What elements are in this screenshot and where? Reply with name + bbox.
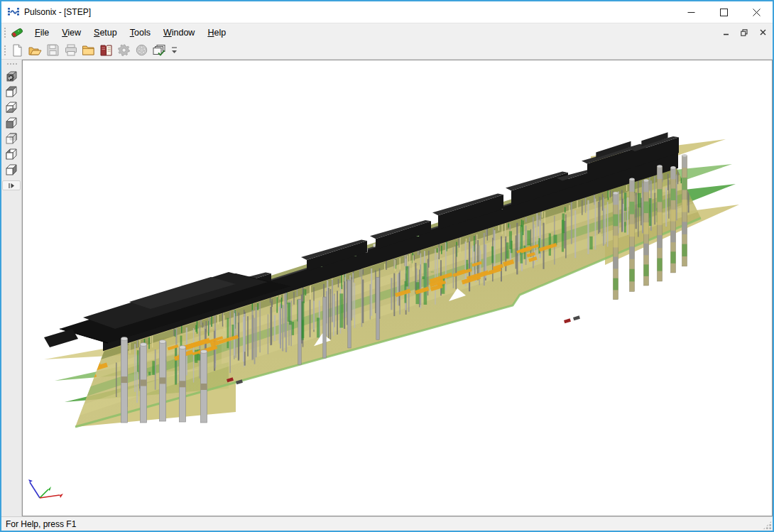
rotate-view-button[interactable]: [3, 68, 20, 84]
colours-palette-icon: [136, 44, 148, 56]
minimize-button[interactable]: [675, 1, 707, 23]
title-bar: Pulsonix - [STEP]: [1, 1, 773, 23]
3d-viewport[interactable]: [22, 60, 773, 516]
view-bottom-cube-icon: [4, 100, 18, 114]
file-manager-button[interactable]: [80, 43, 97, 58]
close-icon: [753, 9, 761, 16]
minimize-icon: [687, 9, 695, 16]
expand-handle-icon: [8, 183, 15, 189]
menu-tools[interactable]: Tools: [124, 25, 157, 40]
view-front-cube-icon: [4, 116, 18, 130]
maximize-icon: [720, 9, 728, 16]
technology-files-check-icon: [153, 44, 166, 57]
view-left-button[interactable]: [3, 146, 20, 162]
view-front-button[interactable]: [3, 115, 20, 131]
menu-help[interactable]: Help: [201, 25, 232, 40]
toolbar-grip[interactable]: [3, 44, 6, 57]
view-left-cube-icon: [4, 147, 18, 161]
expand-toolbar-handle[interactable]: [2, 180, 21, 190]
app-window: Pulsonix - [STEP] File View Setup Tools …: [0, 0, 774, 532]
open-file-button[interactable]: [27, 43, 43, 58]
print-icon: [65, 44, 77, 56]
print-button[interactable]: [62, 43, 79, 58]
menu-bar: File View Setup Tools Window Help: [1, 23, 773, 41]
library-manager-button[interactable]: [98, 43, 114, 58]
view-top-button[interactable]: [3, 84, 20, 99]
maximize-button[interactable]: [707, 1, 740, 23]
mdi-restore-icon: [741, 29, 748, 36]
view-right-cube-icon: [4, 163, 18, 177]
mdi-restore-button[interactable]: [736, 26, 753, 40]
main-area: [1, 60, 773, 516]
library-book-icon: [99, 44, 113, 56]
menu-window[interactable]: Window: [157, 25, 201, 40]
toolbar-overflow-icon: [171, 46, 178, 55]
colours-button[interactable]: [133, 43, 150, 58]
view-back-button[interactable]: [3, 131, 20, 146]
view-back-cube-icon: [4, 131, 18, 146]
mdi-close-icon: [760, 29, 766, 36]
close-button[interactable]: [740, 1, 773, 23]
menubar-grip[interactable]: [3, 26, 6, 39]
open-folder-icon: [28, 44, 42, 57]
toolbar-overflow-button[interactable]: [170, 43, 179, 58]
main-toolbar: [1, 41, 773, 60]
view-bottom-button[interactable]: [3, 99, 20, 115]
save-icon: [47, 44, 59, 56]
pcb-3d-scene: [23, 60, 772, 516]
new-document-button[interactable]: [9, 43, 26, 58]
menu-view[interactable]: View: [55, 25, 87, 40]
mdi-minimize-button[interactable]: [717, 26, 734, 40]
rotate-view-cube-icon: [4, 69, 18, 83]
status-message: For Help, press F1: [1, 519, 76, 529]
status-bar: For Help, press F1: [1, 516, 773, 531]
resize-grip[interactable]: [763, 521, 772, 530]
view-right-button[interactable]: [3, 162, 20, 178]
view-toolbar-grip[interactable]: [6, 62, 17, 65]
menu-file[interactable]: File: [28, 25, 55, 40]
mdi-minimize-icon: [723, 29, 729, 36]
pulsonix-app-icon: [7, 6, 20, 18]
technology-files-button[interactable]: [151, 43, 168, 58]
mdi-close-button[interactable]: [754, 26, 771, 40]
view-toolbar: [1, 60, 22, 516]
view-top-cube-icon: [4, 85, 18, 99]
diode-component-icon[interactable]: [10, 26, 24, 39]
window-title: Pulsonix - [STEP]: [24, 7, 91, 17]
options-gear-icon: [118, 44, 130, 56]
menu-setup[interactable]: Setup: [87, 25, 124, 40]
save-button[interactable]: [45, 43, 61, 58]
file-manager-folder-icon: [82, 44, 95, 56]
new-document-icon: [11, 44, 23, 57]
options-button[interactable]: [116, 43, 132, 58]
